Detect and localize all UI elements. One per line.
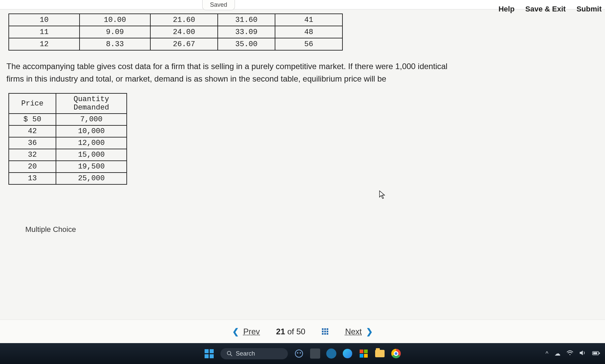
table-row: 2019,500 [9,161,127,173]
camera-app-icon[interactable] [326,348,336,359]
help-link[interactable]: Help [498,5,515,13]
cell: 10.00 [80,14,150,26]
svg-point-12 [297,352,298,354]
cell: 15,000 [56,149,127,161]
svg-rect-17 [593,352,597,354]
svg-rect-0 [322,328,324,330]
cell: 20 [9,161,56,173]
cell: 56 [275,38,342,50]
svg-rect-4 [324,331,326,332]
battery-icon[interactable] [592,350,600,357]
header-price: Price [9,93,56,114]
submit-link[interactable]: Submit [576,5,602,13]
windows-taskbar[interactable]: Search ^ ☁ [0,343,605,364]
svg-rect-18 [599,353,600,354]
table-row: 3215,000 [9,149,127,161]
save-exit-link[interactable]: Save & Exit [525,5,566,13]
svg-point-11 [295,350,303,357]
svg-point-13 [300,352,301,354]
cell: 10 [9,14,80,26]
svg-point-9 [227,351,231,355]
cell: $ 50 [9,114,56,125]
table-row: 4210,000 [9,125,127,137]
cell: 13 [9,173,56,184]
chevron-left-icon: ❮ [230,327,241,336]
chevron-right-icon: ❯ [364,327,375,336]
cell: 32 [9,149,56,161]
svg-rect-3 [322,331,324,332]
svg-rect-7 [324,333,326,335]
start-button[interactable] [204,348,214,359]
volume-icon[interactable] [579,350,586,357]
svg-marker-15 [580,351,583,355]
multiple-choice-label: Multiple Choice [25,225,600,234]
cloud-icon[interactable]: ☁ [554,350,561,357]
question-counter: 21 of 50 [276,327,305,336]
edge-icon[interactable] [342,348,353,359]
tray-chevron-up-icon[interactable]: ^ [546,350,548,357]
cell: 19,500 [56,161,127,173]
cell: 24.00 [150,26,218,38]
table-row: $ 507,000 [9,114,127,125]
cell: 31.60 [218,14,275,26]
microsoft-store-icon[interactable] [359,348,369,359]
table-row: 12 8.33 26.67 35.00 56 [9,38,342,50]
svg-line-10 [230,354,232,356]
copilot-icon[interactable] [294,348,304,359]
task-view-icon[interactable] [310,348,320,359]
cell: 11 [9,26,80,38]
cell: 10,000 [56,125,127,137]
chrome-icon[interactable] [391,348,401,359]
question-text: The accompanying table gives cost data f… [6,60,465,85]
svg-rect-2 [327,328,328,330]
search-placeholder: Search [236,350,255,357]
overview-grid-button[interactable] [322,328,329,335]
table-row: 11 9.09 24.00 33.09 48 [9,26,342,38]
wifi-icon[interactable] [567,350,573,357]
cell: 42 [9,125,56,137]
file-explorer-icon[interactable] [375,348,385,359]
cell: 8.33 [80,38,150,50]
demand-table: Price Quantity Demanded $ 507,000 4210,0… [8,93,127,185]
cell: 7,000 [56,114,127,125]
svg-point-14 [569,354,570,355]
taskbar-search[interactable]: Search [220,348,288,359]
svg-rect-5 [327,331,328,332]
cost-data-table: 10 10.00 21.60 31.60 41 11 9.09 24.00 33… [8,13,343,51]
prev-button[interactable]: ❮ Prev [230,327,260,336]
cell: 21.60 [150,14,218,26]
table-row: 1325,000 [9,173,127,184]
question-nav-bar: ❮ Prev 21 of 50 Next ❯ [0,320,605,343]
cell: 41 [275,14,342,26]
table-row: 3612,000 [9,137,127,149]
cell: 36 [9,137,56,149]
cell: 12 [9,38,80,50]
svg-rect-6 [322,333,324,335]
cell: 33.09 [218,26,275,38]
cell: 48 [275,26,342,38]
svg-rect-8 [327,333,328,335]
next-button[interactable]: Next ❯ [345,327,375,336]
svg-rect-1 [324,328,326,330]
cell: 9.09 [80,26,150,38]
cell: 25,000 [56,173,127,184]
search-icon [226,351,233,357]
table-row: 10 10.00 21.60 31.60 41 [9,14,342,26]
cell: 26.67 [150,38,218,50]
saved-indicator: Saved [202,0,235,10]
cell: 12,000 [56,137,127,149]
header-quantity: Quantity Demanded [56,93,127,114]
cell: 35.00 [218,38,275,50]
